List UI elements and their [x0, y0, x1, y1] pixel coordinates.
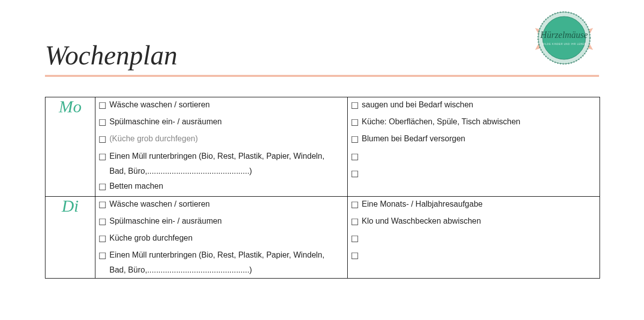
logo-tagline: WILDE KINDER UND IHR LEBEN	[542, 42, 586, 45]
day-label: Di	[45, 197, 95, 216]
checkbox-icon[interactable]: ☐	[348, 197, 362, 214]
checkbox-icon[interactable]: ☐	[95, 197, 109, 214]
day-cell: Di	[45, 196, 95, 278]
task-item: ☐Klo und Waschbecken abwischen	[348, 214, 600, 231]
tasks-cell-right: ☐saugen und bei Bedarf wischen☐Küche: Ob…	[348, 97, 600, 197]
checkbox-icon[interactable]: ☐	[348, 214, 362, 231]
task-item: ☐	[348, 231, 600, 248]
page-title: Wochenplan	[45, 40, 599, 71]
logo-badge: Hürzelmäuse WILDE KINDER UND IHR LEBEN	[534, 8, 594, 68]
checkbox-icon[interactable]: ☐	[348, 149, 362, 166]
table-row: Mo☐Wäsche waschen / sortieren☐Spülmaschi…	[45, 97, 600, 197]
checkbox-icon[interactable]: ☐	[95, 248, 109, 265]
task-item: ☐(Küche grob durchfegen)	[95, 131, 347, 148]
task-item: ☐Eine Monats- / Halbjahresaufgabe	[348, 197, 600, 214]
task-text: Einen Müll runterbringen (Bio, Rest, Pla…	[109, 149, 347, 179]
task-item: ☐Wäsche waschen / sortieren	[95, 197, 347, 214]
checkbox-icon[interactable]: ☐	[95, 131, 109, 148]
task-text: Blumen bei Bedarf versorgen	[362, 131, 600, 146]
tasks-cell-left: ☐Wäsche waschen / sortieren☐Spülmaschine…	[95, 97, 348, 197]
checkbox-icon[interactable]: ☐	[348, 114, 362, 131]
task-item: ☐saugen und bei Bedarf wischen	[348, 97, 600, 114]
checkbox-icon[interactable]: ☐	[348, 166, 362, 183]
logo-text: Hürzelmäuse	[540, 30, 588, 40]
day-cell: Mo	[45, 97, 95, 197]
tasks-cell-right: ☐Eine Monats- / Halbjahresaufgabe☐Klo un…	[348, 196, 600, 278]
task-text: Klo und Waschbecken abwischen	[362, 214, 600, 229]
table-row: Di☐Wäsche waschen / sortieren☐Spülmaschi…	[45, 196, 600, 278]
task-text: Einen Müll runterbringen (Bio, Rest, Pla…	[109, 248, 347, 278]
task-text: Spülmaschine ein- / ausräumen	[109, 214, 347, 229]
checkbox-icon[interactable]: ☐	[95, 231, 109, 248]
task-item: ☐Spülmaschine ein- / ausräumen	[95, 214, 347, 231]
task-item: ☐Wäsche waschen / sortieren	[95, 97, 347, 114]
task-text: Eine Monats- / Halbjahresaufgabe	[362, 197, 600, 212]
task-item: ☐Einen Müll runterbringen (Bio, Rest, Pl…	[95, 248, 347, 278]
task-text: Wäsche waschen / sortieren	[109, 197, 347, 212]
task-item: ☐	[348, 149, 600, 166]
checkbox-icon[interactable]: ☐	[348, 231, 362, 248]
task-item: ☐Betten machen	[95, 179, 347, 196]
task-text: saugen und bei Bedarf wischen	[362, 97, 600, 112]
task-item: ☐Küche grob durchfegen	[95, 231, 347, 248]
task-item: ☐	[348, 166, 600, 183]
checkbox-icon[interactable]: ☐	[348, 97, 362, 114]
checkbox-icon[interactable]: ☐	[348, 131, 362, 148]
day-label: Mo	[45, 97, 95, 116]
task-text: Wäsche waschen / sortieren	[109, 97, 347, 112]
checkbox-icon[interactable]: ☐	[95, 179, 109, 196]
task-text: Küche grob durchfegen	[109, 231, 347, 246]
checkbox-icon[interactable]: ☐	[348, 248, 362, 265]
checkbox-icon[interactable]: ☐	[95, 114, 109, 131]
task-item: ☐Blumen bei Bedarf versorgen	[348, 131, 600, 148]
task-text: Betten machen	[109, 179, 347, 194]
task-item: ☐Küche: Oberflächen, Spüle, Tisch abwisc…	[348, 114, 600, 131]
title-divider	[45, 75, 599, 77]
task-text: Spülmaschine ein- / ausräumen	[109, 114, 347, 129]
task-item: ☐	[348, 248, 600, 265]
checkbox-icon[interactable]: ☐	[95, 214, 109, 231]
task-item: ☐Spülmaschine ein- / ausräumen	[95, 114, 347, 131]
task-text: (Küche grob durchfegen)	[109, 131, 347, 146]
tasks-cell-left: ☐Wäsche waschen / sortieren☐Spülmaschine…	[95, 196, 348, 278]
week-plan-table: Mo☐Wäsche waschen / sortieren☐Spülmaschi…	[45, 97, 600, 279]
task-item: ☐Einen Müll runterbringen (Bio, Rest, Pl…	[95, 149, 347, 179]
checkbox-icon[interactable]: ☐	[95, 97, 109, 114]
checkbox-icon[interactable]: ☐	[95, 149, 109, 166]
task-text: Küche: Oberflächen, Spüle, Tisch abwisch…	[362, 114, 600, 129]
